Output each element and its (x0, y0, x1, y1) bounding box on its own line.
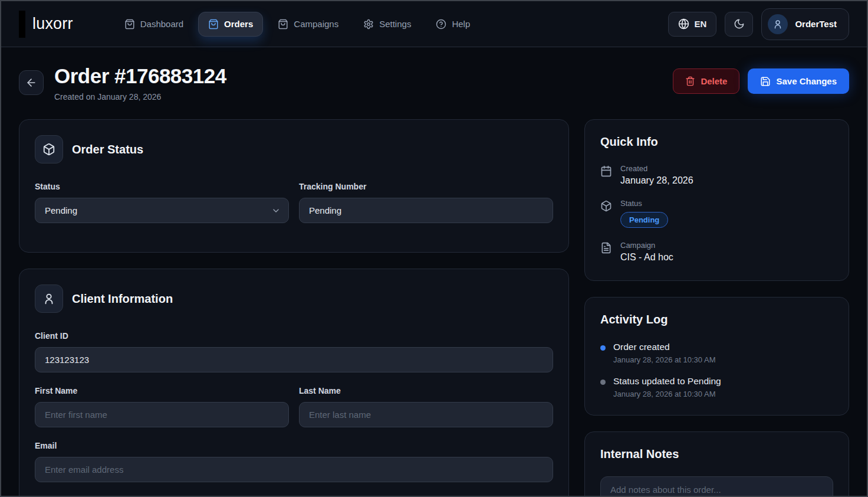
page-header: Order #176883124 Created on January 28, … (19, 64, 849, 102)
nav-item-label: Help (452, 19, 470, 29)
first-name-label: First Name (35, 386, 289, 395)
save-button-label: Save Changes (776, 76, 837, 86)
trash-icon (685, 76, 695, 86)
internal-notes-title: Internal Notes (600, 447, 833, 461)
log-entry-time: January 28, 2026 at 10:30 AM (613, 355, 715, 364)
nav-item-help[interactable]: Help (426, 12, 480, 37)
globe-icon (678, 18, 689, 30)
help-circle-icon (436, 19, 446, 30)
log-entry-text: Status updated to Pending (613, 376, 721, 387)
log-entry: Status updated to Pending January 28, 20… (600, 376, 833, 398)
nav-item-dashboard[interactable]: Dashboard (114, 12, 193, 37)
nav-item-label: Settings (379, 19, 411, 29)
activity-dot-icon (600, 345, 606, 351)
main-menu: Dashboard Orders Campaigns Settings Help (114, 12, 481, 37)
quick-info-status: Status Pending (600, 199, 833, 228)
nav-item-label: Dashboard (140, 19, 183, 29)
shopping-bag-icon (278, 19, 288, 30)
last-name-input[interactable] (299, 402, 553, 427)
quick-info-card: Quick Info Created January 28, 2026 (584, 119, 849, 281)
quick-info-label: Created (620, 164, 693, 173)
activity-log-title: Activity Log (600, 313, 833, 326)
back-button[interactable] (19, 70, 44, 95)
delete-button[interactable]: Delete (673, 68, 739, 94)
quick-info-label: Status (620, 199, 668, 208)
quick-info-value: CIS - Ad hoc (620, 252, 673, 263)
nav-item-label: Campaigns (294, 19, 338, 29)
first-name-input[interactable] (35, 402, 289, 427)
avatar (768, 14, 788, 34)
calendar-icon (600, 165, 612, 186)
client-information-card: Client Information Client ID First Name … (19, 269, 569, 497)
page-content: Order #176883124 Created on January 28, … (1, 64, 867, 497)
client-id-label: Client ID (35, 331, 553, 341)
status-select[interactable]: Pending (35, 198, 289, 223)
card-title: Order Status (72, 143, 143, 156)
quick-info-value: January 28, 2026 (620, 175, 693, 186)
nav-right-controls: EN OrderTest (668, 8, 849, 40)
nav-item-orders[interactable]: Orders (198, 12, 263, 37)
user-icon (35, 285, 63, 313)
email-label: Email (35, 441, 553, 450)
brand-logo: luxorr (19, 11, 73, 38)
shopping-bag-icon (124, 19, 135, 30)
user-menu-button[interactable]: OrderTest (761, 8, 849, 40)
arrow-left-icon (25, 77, 37, 89)
internal-notes-textarea[interactable] (600, 476, 833, 497)
nav-item-campaigns[interactable]: Campaigns (268, 12, 348, 37)
status-label: Status (35, 182, 289, 191)
nav-item-label: Orders (224, 19, 253, 29)
save-icon (760, 76, 771, 87)
log-entry: Order created January 28, 2026 at 10:30 … (600, 342, 833, 364)
log-entry-time: January 28, 2026 at 10:30 AM (613, 390, 721, 398)
theme-toggle-button[interactable] (725, 12, 753, 37)
page-title: Order #176883124 (54, 64, 226, 88)
status-badge: Pending (620, 212, 668, 228)
quick-info-created: Created January 28, 2026 (600, 164, 833, 186)
user-name: OrderTest (795, 19, 837, 29)
activity-log-card: Activity Log Order created January 28, 2… (584, 297, 849, 416)
quick-info-label: Campaign (620, 241, 673, 250)
page-subtitle: Created on January 28, 2026 (54, 92, 226, 102)
brand-name: luxorr (32, 15, 73, 33)
language-button[interactable]: EN (668, 12, 717, 37)
quick-info-title: Quick Info (600, 135, 833, 149)
log-entry-text: Order created (613, 342, 715, 352)
package-icon (35, 135, 63, 164)
tracking-number-input[interactable] (299, 198, 553, 223)
logo-mark (19, 11, 25, 38)
internal-notes-card: Internal Notes (584, 431, 849, 497)
tracking-number-label: Tracking Number (299, 182, 553, 191)
quick-info-campaign: Campaign CIS - Ad hoc (600, 241, 833, 263)
moon-icon (734, 18, 745, 30)
activity-dot-icon (600, 380, 606, 385)
package-icon (600, 200, 612, 228)
gear-icon (363, 19, 374, 30)
client-id-input[interactable] (35, 347, 553, 372)
save-changes-button[interactable]: Save Changes (748, 68, 849, 94)
delete-button-label: Delete (701, 76, 727, 86)
nav-item-settings[interactable]: Settings (353, 12, 421, 37)
card-title: Client Information (72, 292, 173, 306)
file-text-icon (600, 242, 612, 263)
language-label: EN (695, 19, 707, 29)
order-status-card: Order Status Status Pending (19, 119, 569, 253)
last-name-label: Last Name (299, 386, 553, 395)
email-input[interactable] (35, 457, 553, 482)
top-navigation: luxorr Dashboard Orders Campaigns Settin… (1, 1, 867, 47)
shopping-bag-icon (208, 19, 219, 30)
